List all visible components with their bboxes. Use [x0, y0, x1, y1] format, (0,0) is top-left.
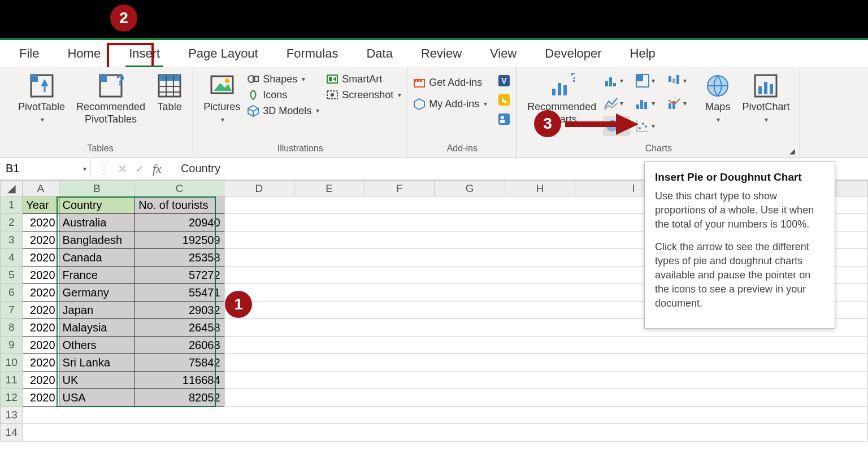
cell-A7[interactable]: 2020 — [23, 302, 59, 319]
3d-models-button[interactable]: 3D Models▾ — [247, 104, 319, 117]
insert-combo-chart-button[interactable]: ▾ — [666, 93, 693, 113]
cell-B7[interactable]: Japan — [59, 302, 135, 319]
charts-dialog-launcher[interactable]: ◢ — [789, 147, 800, 157]
select-all-triangle[interactable]: ◢ — [1, 181, 23, 196]
icons-button[interactable]: Icons — [247, 89, 319, 101]
cell-B6[interactable]: Germany — [59, 284, 135, 302]
cell-blank[interactable] — [23, 407, 868, 424]
cell-blank[interactable] — [224, 372, 867, 389]
pictures-button[interactable]: Pictures▾ — [199, 71, 245, 126]
pivottable-button[interactable]: PivotTable▾ — [14, 71, 70, 126]
tab-home[interactable]: Home — [64, 42, 104, 65]
cell-A9[interactable]: 2020 — [23, 337, 59, 354]
cell-A4[interactable]: 2020 — [23, 249, 59, 267]
insert-column-chart-button[interactable]: ▾ — [603, 71, 630, 91]
cell-A6[interactable]: 2020 — [23, 284, 59, 302]
cell-B3[interactable]: Bangladesh — [59, 231, 135, 249]
row-header-9[interactable]: 9 — [1, 337, 23, 354]
tab-data[interactable]: Data — [363, 42, 396, 65]
cell-C1[interactable]: No. of tourists — [135, 196, 224, 214]
row-header-11[interactable]: 11 — [1, 372, 23, 389]
cell-B1[interactable]: Country — [59, 196, 135, 214]
insert-waterfall-chart-button[interactable]: ▾ — [666, 71, 693, 91]
smartart-button[interactable]: SmartArt — [326, 73, 401, 85]
row-header-5[interactable]: 5 — [1, 267, 23, 284]
row-header-8[interactable]: 8 — [1, 319, 23, 337]
cell-B8[interactable]: Malaysia — [59, 319, 135, 337]
row-header-6[interactable]: 6 — [1, 284, 23, 302]
table-button[interactable]: Table — [152, 71, 187, 116]
cell-C2[interactable]: 20940 — [135, 214, 224, 231]
shapes-button[interactable]: Shapes▾ — [247, 73, 319, 85]
cell-blank[interactable] — [224, 354, 867, 372]
cancel-formula-button[interactable]: ✕ — [118, 162, 127, 176]
row-header-7[interactable]: 7 — [1, 302, 23, 319]
row-header-1[interactable]: 1 — [1, 196, 23, 214]
chevron-down-icon[interactable]: ▾ — [83, 165, 86, 173]
cell-B10[interactable]: Sri Lanka — [59, 354, 135, 372]
cell-B4[interactable]: Canada — [59, 249, 135, 267]
cell-B9[interactable]: Others — [59, 337, 135, 354]
recommended-pivottables-button[interactable]: ? Recommended PivotTables — [72, 71, 150, 128]
col-header-B[interactable]: B — [59, 181, 135, 196]
cell-C5[interactable]: 57272 — [135, 267, 224, 284]
row-header-3[interactable]: 3 — [1, 231, 23, 249]
cell-C12[interactable]: 82052 — [135, 389, 224, 407]
row-header-13[interactable]: 13 — [1, 407, 23, 424]
col-header-C[interactable]: C — [135, 181, 224, 196]
visio-addin-icon[interactable]: V — [497, 74, 511, 88]
cell-blank[interactable] — [23, 424, 868, 442]
name-box[interactable]: ▾ — [0, 158, 90, 180]
cell-B2[interactable]: Australia — [59, 214, 135, 231]
enter-formula-button[interactable]: ✓ — [135, 162, 145, 176]
cell-B11[interactable]: UK — [59, 372, 135, 389]
cell-A1[interactable]: Year — [23, 196, 59, 214]
maps-button[interactable]: Maps▾ — [700, 71, 735, 126]
people-graph-addin-icon[interactable] — [497, 112, 511, 126]
row-header-10[interactable]: 10 — [1, 354, 23, 372]
tab-formulas[interactable]: Formulas — [283, 42, 342, 65]
cell-A10[interactable]: 2020 — [23, 354, 59, 372]
cell-C9[interactable]: 26063 — [135, 337, 224, 354]
pivotchart-button[interactable]: PivotChart▾ — [737, 71, 794, 126]
tab-view[interactable]: View — [487, 42, 520, 65]
col-header-A[interactable]: A — [23, 181, 59, 196]
insert-function-button[interactable]: fx — [153, 161, 162, 176]
get-addins-button[interactable]: Get Add-ins — [413, 76, 487, 89]
name-box-input[interactable] — [0, 162, 62, 175]
cell-A2[interactable]: 2020 — [23, 214, 59, 231]
cell-B12[interactable]: USA — [59, 389, 135, 407]
row-header-12[interactable]: 12 — [1, 389, 23, 407]
cell-C11[interactable]: 116684 — [135, 372, 224, 389]
tab-review[interactable]: Review — [418, 42, 465, 65]
row-header-2[interactable]: 2 — [1, 214, 23, 231]
row-header-4[interactable]: 4 — [1, 249, 23, 267]
tab-insert[interactable]: Insert — [125, 42, 163, 65]
my-addins-button[interactable]: My Add-ins▾ — [413, 98, 487, 110]
cell-A8[interactable]: 2020 — [23, 319, 59, 337]
cell-C8[interactable]: 26458 — [135, 319, 224, 337]
cell-blank[interactable] — [224, 337, 867, 354]
row-header-14[interactable]: 14 — [1, 424, 23, 442]
screenshot-button[interactable]: Screenshot▾ — [326, 89, 401, 101]
bing-maps-addin-icon[interactable] — [497, 93, 511, 107]
cell-C10[interactable]: 75842 — [135, 354, 224, 372]
cell-A3[interactable]: 2020 — [23, 231, 59, 249]
cell-A12[interactable]: 2020 — [23, 389, 59, 407]
cell-C3[interactable]: 192509 — [135, 231, 224, 249]
tab-file[interactable]: File — [16, 42, 42, 65]
col-header-E[interactable]: E — [294, 181, 364, 196]
col-header-G[interactable]: G — [435, 181, 505, 196]
cell-B5[interactable]: France — [59, 267, 135, 284]
col-header-F[interactable]: F — [364, 181, 435, 196]
cell-C7[interactable]: 29032 — [135, 302, 224, 319]
cell-A11[interactable]: 2020 — [23, 372, 59, 389]
col-header-D[interactable]: D — [224, 181, 294, 196]
tab-page-layout[interactable]: Page Layout — [185, 42, 262, 65]
col-header-H[interactable]: H — [505, 181, 575, 196]
cell-blank[interactable] — [224, 389, 867, 407]
cell-A5[interactable]: 2020 — [23, 267, 59, 284]
insert-hierarchy-chart-button[interactable]: ▾ — [635, 71, 662, 91]
cell-C6[interactable]: 55471 — [135, 284, 224, 302]
cell-C4[interactable]: 25358 — [135, 249, 224, 267]
